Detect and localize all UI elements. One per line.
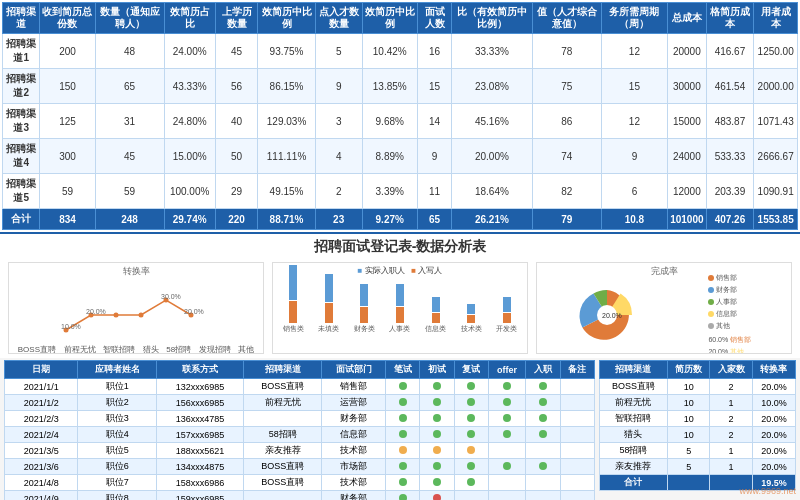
table-cell: 1250.00	[754, 34, 798, 69]
interview-table: 日期 应聘者姓名 联系方式 招聘渠道 面试部门 笔试 初试 复试 offer 入…	[4, 360, 595, 500]
table-cell	[420, 395, 454, 411]
table-cell	[386, 411, 420, 427]
table-cell	[420, 411, 454, 427]
table-cell: 93.75%	[258, 34, 315, 69]
table-row: 2021/2/3职位3136xxx4785财务部	[5, 411, 595, 427]
table-cell: 24000	[668, 139, 706, 174]
bar-sales-a	[289, 265, 297, 300]
table-cell: 58招聘	[600, 443, 668, 459]
side-th-resume: 简历数	[667, 361, 709, 379]
table-cell: 29	[215, 174, 258, 209]
bar-chart-area: 销售类 未填类 财务类 人事类	[273, 276, 527, 336]
status-dot	[539, 414, 547, 422]
table-cell: 财务部	[322, 491, 386, 501]
table-cell: 86.15%	[258, 69, 315, 104]
table-cell: 职位1	[78, 379, 156, 395]
table-cell: 职位3	[78, 411, 156, 427]
table-cell: 9.27%	[362, 209, 417, 230]
line-chart-labels: BOSS直聘 前程无忧 智联招聘 猎头 58招聘 发现招聘 其他	[14, 344, 258, 354]
table-cell: 40	[215, 104, 258, 139]
status-dot	[503, 382, 511, 390]
table-cell	[420, 427, 454, 443]
status-dot	[399, 398, 407, 406]
bar-fill-a	[325, 274, 333, 302]
table-cell	[386, 491, 420, 501]
table-cell: 56	[215, 69, 258, 104]
table-cell: 3.39%	[362, 174, 417, 209]
bar-info-a	[432, 297, 440, 312]
table-cell: 65	[95, 69, 164, 104]
table-cell: 2	[710, 427, 752, 443]
table-cell: 10	[667, 395, 709, 411]
table-cell	[560, 395, 594, 411]
bar-sales-b	[289, 301, 297, 323]
table-cell	[386, 459, 420, 475]
table-cell: 2666.67	[754, 139, 798, 174]
table-cell: 834	[40, 209, 95, 230]
table-cell	[526, 411, 560, 427]
table-cell: 20.0%	[752, 427, 795, 443]
table-cell: 职位7	[78, 475, 156, 491]
side-summary-table: 招聘渠道 简历数 入家数 转换率 BOSS直聘10220.0%前程无忧10110…	[599, 360, 796, 491]
bar-tech-a	[467, 304, 475, 314]
table-cell	[454, 491, 488, 501]
table-cell: 12	[601, 104, 667, 139]
table-cell: 信息部	[322, 427, 386, 443]
pie-chart-box: 完成率 20.0% 销售部	[536, 262, 792, 354]
table-cell	[386, 395, 420, 411]
table-cell: 188xxx5621	[156, 443, 243, 459]
status-dot	[433, 430, 441, 438]
table-cell: 483.87	[706, 104, 754, 139]
table-cell	[526, 379, 560, 395]
table-cell: 技术部	[322, 475, 386, 491]
status-dot	[399, 430, 407, 438]
table-cell: 24.80%	[164, 104, 215, 139]
table-cell: 财务部	[322, 411, 386, 427]
status-dot	[433, 398, 441, 406]
status-dot	[467, 382, 475, 390]
table-cell: 1	[710, 443, 752, 459]
table-cell: BOSS直聘	[600, 379, 668, 395]
table-cell: 86	[532, 104, 601, 139]
col-header-period: 务所需周期（周）	[601, 3, 667, 34]
table-cell: 24.00%	[164, 34, 215, 69]
table-cell: BOSS直聘	[244, 379, 322, 395]
status-dot	[503, 430, 511, 438]
status-dot	[467, 414, 475, 422]
table-cell	[488, 443, 526, 459]
table-cell: 248	[95, 209, 164, 230]
status-dot	[399, 382, 407, 390]
table-row: BOSS直聘10220.0%	[600, 379, 796, 395]
col-header-ratio3: 效简历中比例	[362, 3, 417, 34]
table-cell: 智联招聘	[600, 411, 668, 427]
table-cell: 2021/2/4	[5, 427, 78, 443]
th-date: 日期	[5, 361, 78, 379]
table-cell: 8.89%	[362, 139, 417, 174]
pie-chart-title: 完成率	[537, 263, 791, 280]
bar-dev-a	[503, 297, 511, 312]
interview-header-row: 日期 应聘者姓名 联系方式 招聘渠道 面试部门 笔试 初试 复试 offer 入…	[5, 361, 595, 379]
svg-text:10.0%: 10.0%	[61, 323, 81, 330]
table-cell	[667, 475, 709, 491]
status-dot	[503, 398, 511, 406]
table-cell	[420, 475, 454, 491]
pie-area: 20.0% 销售部 财务部 人事部	[537, 280, 791, 350]
table-row: 2021/4/8职位7158xxx6986BOSS直聘技术部	[5, 475, 595, 491]
interview-table-wrap: 日期 应聘者姓名 联系方式 招聘渠道 面试部门 笔试 初试 复试 offer 入…	[4, 360, 595, 500]
table-cell: 20000	[668, 34, 706, 69]
status-dot	[467, 430, 475, 438]
table-cell: 16	[417, 34, 451, 69]
table-cell	[386, 379, 420, 395]
status-dot	[433, 382, 441, 390]
table-cell	[526, 459, 560, 475]
bar-tech-b	[467, 315, 475, 323]
table-cell: 9	[417, 139, 451, 174]
table-cell: 15	[417, 69, 451, 104]
table-cell: 合计	[600, 475, 668, 491]
table-cell: 65	[417, 209, 451, 230]
table-cell	[420, 459, 454, 475]
th-dept: 面试部门	[322, 361, 386, 379]
table-cell: 5	[667, 443, 709, 459]
table-cell	[526, 427, 560, 443]
table-row: 亲友推荐5120.0%	[600, 459, 796, 475]
